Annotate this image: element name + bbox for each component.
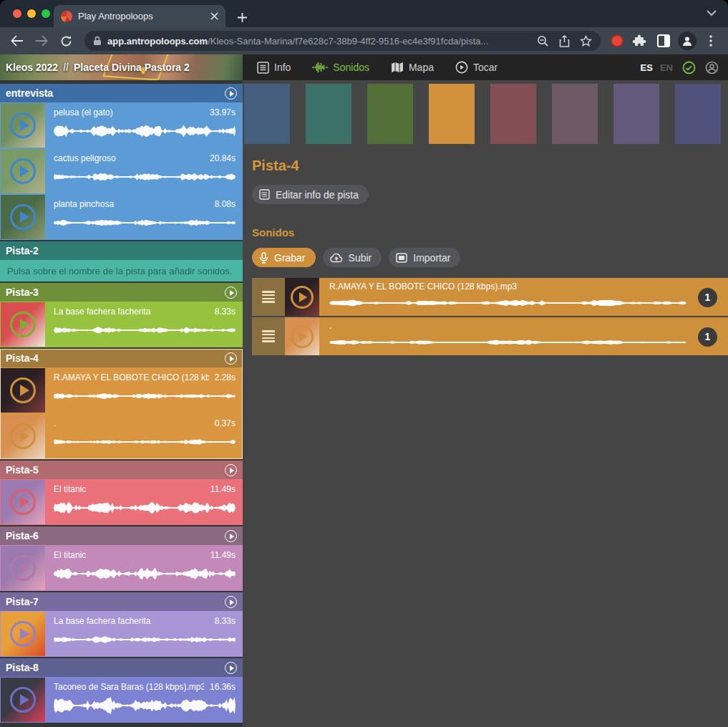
sound-thumbnail[interactable] (1, 678, 45, 722)
bookmark-star-icon[interactable] (580, 35, 592, 47)
sound-thumbnail[interactable] (1, 302, 45, 347)
play-overlay-icon[interactable] (10, 687, 36, 713)
sound-thumbnail[interactable] (1, 612, 45, 656)
sound-item[interactable]: pelusa (el gato)33.97s (0, 102, 243, 148)
recording-extension-icon[interactable] (612, 36, 622, 46)
sound-top-line: cactus peligroso20.84s (54, 153, 236, 163)
profile-avatar[interactable] (678, 32, 697, 50)
play-overlay-icon[interactable] (10, 621, 36, 647)
sound-thumbnail[interactable] (1, 103, 45, 148)
grabar-button[interactable]: Grabar (252, 248, 316, 267)
language-toggle-es[interactable]: ES (641, 62, 653, 73)
back-button[interactable] (7, 31, 27, 51)
sound-item[interactable]: El titanic11.49s (0, 545, 243, 591)
browser-tab[interactable]: Play Antropoloops (54, 5, 225, 27)
sound-item[interactable]: .0.37s (0, 413, 243, 459)
sound-item[interactable]: La base fachera facherita8.33s (0, 302, 243, 347)
track-tile-3[interactable] (367, 84, 413, 144)
language-toggle-en[interactable]: EN (660, 62, 673, 73)
subir-button[interactable]: Subir (323, 248, 382, 267)
sound-item[interactable]: Taconeo de Sara Baras (128 kbps).mp316.3… (0, 677, 243, 723)
reload-button[interactable] (56, 31, 76, 51)
sound-title: R.AMAYA Y EL BOBOTE CHICO (128 kbps).... (54, 372, 209, 382)
side-panel-icon[interactable] (654, 31, 674, 51)
track-header[interactable]: Pista-2 (0, 241, 243, 260)
sound-item[interactable]: El titanic11.49s (0, 479, 243, 525)
track-tile-1[interactable] (244, 84, 290, 144)
close-tab-icon[interactable] (210, 12, 218, 20)
header-right: ESEN (641, 61, 728, 74)
new-tab-button[interactable] (237, 12, 248, 23)
sound-title: La base fachera facherita (54, 616, 209, 626)
drag-handle[interactable] (252, 317, 285, 355)
sound-thumbnail[interactable] (1, 368, 45, 413)
play-overlay-icon[interactable] (10, 489, 36, 515)
track-header[interactable]: Pista-5 (0, 461, 243, 479)
track-header[interactable]: Pista-7 (0, 592, 243, 611)
play-track-icon[interactable] (225, 287, 237, 299)
play-overlay-icon[interactable] (291, 286, 314, 309)
track-tile-8[interactable] (675, 84, 721, 144)
tab-info[interactable]: Info (257, 62, 291, 74)
tab-tocar[interactable]: Tocar (455, 61, 498, 74)
tab-overview-chevron-icon[interactable] (707, 10, 717, 16)
zoom-out-icon[interactable] (537, 35, 549, 47)
url-bar[interactable]: app.antropoloops.com/Kleos-Santa-Marina/… (84, 31, 601, 51)
extensions-puzzle-icon[interactable] (629, 31, 649, 51)
share-icon[interactable] (559, 35, 570, 47)
sound-top-line: El titanic11.49s (54, 550, 236, 560)
sound-item[interactable]: cactus peligroso20.84s (0, 148, 243, 194)
track-header[interactable]: entrevista (0, 84, 243, 102)
minimize-window-button[interactable] (27, 9, 36, 18)
tab-sonidos[interactable]: Sonidos (312, 62, 369, 73)
sound-thumbnail[interactable] (1, 195, 45, 239)
track-header[interactable]: Pista-3 (0, 283, 243, 302)
play-track-icon[interactable] (225, 87, 237, 100)
project-name: Kleos 2022 (6, 62, 58, 73)
tab-mapa[interactable]: Mapa (391, 62, 434, 73)
sound-item[interactable]: R.AMAYA Y EL BOBOTE CHICO (128 kbps)....… (0, 367, 243, 413)
track-tile-4[interactable] (429, 84, 475, 144)
sound-item[interactable]: La base fachera facherita8.33s (0, 611, 243, 657)
project-banner[interactable]: Kleos 2022 // Placeta Divina Pastora 2 (0, 54, 243, 80)
track-header[interactable]: Pista-4 (0, 349, 243, 367)
sound-thumbnail[interactable] (1, 414, 45, 458)
browser-menu-icon[interactable] (701, 31, 721, 51)
lock-icon[interactable] (93, 36, 102, 46)
sound-thumbnail[interactable] (1, 480, 45, 524)
sound-item[interactable]: planta pinchosa8.08s (0, 194, 243, 240)
track-tile-2[interactable] (306, 84, 351, 144)
play-overlay-icon[interactable] (10, 377, 36, 403)
track-tile-7[interactable] (613, 84, 659, 144)
main-sound-row[interactable]: R.AMAYA Y EL BOBOTE CHICO (128 kbps).mp3… (252, 278, 728, 316)
track-tile-5[interactable] (490, 84, 536, 144)
play-track-icon[interactable] (225, 464, 237, 476)
forward-button[interactable] (31, 31, 52, 51)
sound-thumbnail[interactable] (285, 317, 319, 355)
zoom-window-button[interactable] (42, 9, 50, 18)
sound-top-line: El titanic11.49s (54, 484, 236, 494)
play-overlay-icon[interactable] (291, 325, 314, 348)
main-sound-row[interactable]: .1 (252, 317, 728, 355)
play-track-icon[interactable] (225, 662, 237, 674)
play-overlay-icon[interactable] (10, 423, 36, 449)
play-overlay-icon[interactable] (10, 312, 36, 337)
sound-thumbnail[interactable] (1, 149, 45, 193)
play-track-icon[interactable] (225, 596, 237, 608)
track-header[interactable]: Pista-8 (0, 658, 243, 677)
play-overlay-icon[interactable] (10, 555, 36, 581)
play-overlay-icon[interactable] (10, 158, 36, 184)
edit-track-info-button[interactable]: Editar info de pista (252, 185, 369, 204)
play-track-icon[interactable] (225, 530, 237, 542)
importar-button[interactable]: Importar (389, 248, 460, 267)
sound-thumbnail[interactable] (1, 546, 45, 590)
track-header[interactable]: Pista-6 (0, 526, 243, 545)
play-track-icon[interactable] (225, 352, 237, 365)
close-window-button[interactable] (13, 9, 21, 18)
play-overlay-icon[interactable] (10, 112, 36, 138)
sound-thumbnail[interactable] (285, 278, 319, 316)
account-icon[interactable] (705, 61, 719, 74)
track-tile-6[interactable] (552, 84, 598, 144)
drag-handle[interactable] (252, 278, 285, 316)
play-overlay-icon[interactable] (10, 204, 36, 230)
